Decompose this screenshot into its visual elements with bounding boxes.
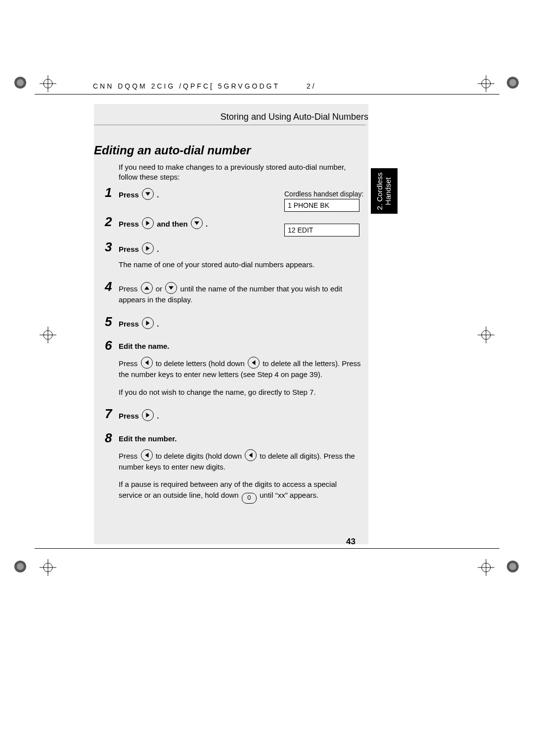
left-arrow-key-icon <box>245 449 257 461</box>
step-4: 4 Press or until the name of the number … <box>105 280 361 305</box>
crop-mark-icon <box>478 559 494 576</box>
tab-line-2: Handset <box>384 172 393 210</box>
period: . <box>157 245 159 253</box>
page-heading: Editing an auto-dial number <box>94 143 251 157</box>
chapter-tab: 2. Cordless Handset <box>371 168 398 214</box>
press-label: Press <box>119 284 140 293</box>
right-arrow-key-icon <box>142 409 154 421</box>
step-3: 3 Press . The name of one of your stored… <box>105 240 361 271</box>
header-rule <box>35 94 499 94</box>
registration-mark-icon <box>504 74 521 91</box>
step-8-sub-b: If a pause is required between any of th… <box>119 479 361 504</box>
down-arrow-key-icon <box>191 217 203 229</box>
crop-mark-icon <box>478 75 494 92</box>
right-arrow-key-icon <box>142 242 154 254</box>
left-arrow-key-icon <box>141 357 153 369</box>
and-then-label: and then <box>157 220 190 228</box>
text-fragment: Press <box>119 452 140 460</box>
tab-line-1: 2. Cordless <box>376 172 385 210</box>
svg-point-3 <box>509 79 516 86</box>
text-fragment: to delete digits (hold down <box>156 452 244 460</box>
step-number: 8 <box>105 431 119 444</box>
right-arrow-key-icon <box>142 317 154 329</box>
registration-mark-icon <box>504 558 521 575</box>
press-label: Press <box>119 412 141 420</box>
left-arrow-key-icon <box>248 357 260 369</box>
crop-mark-icon <box>478 327 494 343</box>
registration-mark-icon <box>12 558 29 575</box>
step-1: 1 Press . <box>105 186 361 200</box>
page-number: 43 <box>346 537 356 547</box>
step-8: 8 Edit the number. Press to delete digit… <box>105 431 361 504</box>
step-number: 4 <box>105 280 119 293</box>
right-arrow-key-icon <box>142 217 154 229</box>
steps-list: 1 Press . 2 Press and then . 3 Press <box>105 186 361 504</box>
step-8-sub-a: Press to delete digits (hold down to del… <box>119 449 361 472</box>
step-6-sub-b: If you do not wish to change the name, g… <box>119 387 361 398</box>
step-number: 7 <box>105 407 119 420</box>
period: . <box>157 412 159 420</box>
down-arrow-key-icon <box>165 282 177 294</box>
step-number: 1 <box>105 186 119 199</box>
text-fragment: until “xx” appears. <box>260 491 318 499</box>
header-code-text: CNN DQQM 2CIG /QPFC[ 5GRVGODGT <box>93 82 280 90</box>
svg-point-1 <box>17 79 24 86</box>
breadcrumb-rule <box>94 125 366 125</box>
step-6-title: Edit the name. <box>119 342 170 350</box>
text-fragment: to delete letters (hold down <box>156 359 247 368</box>
registration-mark-icon <box>12 74 29 91</box>
step-number: 6 <box>105 339 119 352</box>
crop-mark-icon <box>40 559 56 576</box>
step-5: 5 Press . <box>105 315 361 330</box>
zero-key-icon: 0 <box>242 493 257 504</box>
step-number: 5 <box>105 315 119 328</box>
left-arrow-key-icon <box>141 449 153 461</box>
manual-page: CNN DQQM 2CIG /QPFC[ 5GRVGODGT 2/ Storin… <box>0 0 534 756</box>
press-label: Press <box>119 245 141 253</box>
footer-rule <box>35 548 499 549</box>
period: . <box>206 220 208 228</box>
or-label: or <box>156 284 165 293</box>
intro-text: If you need to make changes to a previou… <box>119 162 361 183</box>
text-fragment: Press <box>119 359 140 368</box>
up-arrow-key-icon <box>141 282 153 294</box>
section-breadcrumb: Storing and Using Auto-Dial Numbers <box>94 112 368 122</box>
step-6-sub-a: Press to delete letters (hold down to de… <box>119 357 361 380</box>
step-number: 2 <box>105 215 119 228</box>
step-2: 2 Press and then . <box>105 215 361 230</box>
press-label: Press <box>119 320 141 328</box>
step-8-title: Edit the number. <box>119 434 177 443</box>
down-arrow-key-icon <box>142 188 154 200</box>
step-7: 7 Press . <box>105 407 361 422</box>
header-code-page: 2/ <box>307 82 316 90</box>
svg-point-5 <box>17 563 24 570</box>
crop-mark-icon <box>40 75 56 92</box>
step-6: 6 Edit the name. Press to delete letters… <box>105 339 361 397</box>
press-label: Press <box>119 220 141 228</box>
period: . <box>157 320 159 328</box>
svg-point-7 <box>509 563 516 570</box>
period: . <box>157 190 159 199</box>
step-number: 3 <box>105 240 119 253</box>
crop-mark-icon <box>40 327 56 343</box>
step-3-sub: The name of one of your stored auto-dial… <box>119 259 361 270</box>
press-label: Press <box>119 190 141 199</box>
